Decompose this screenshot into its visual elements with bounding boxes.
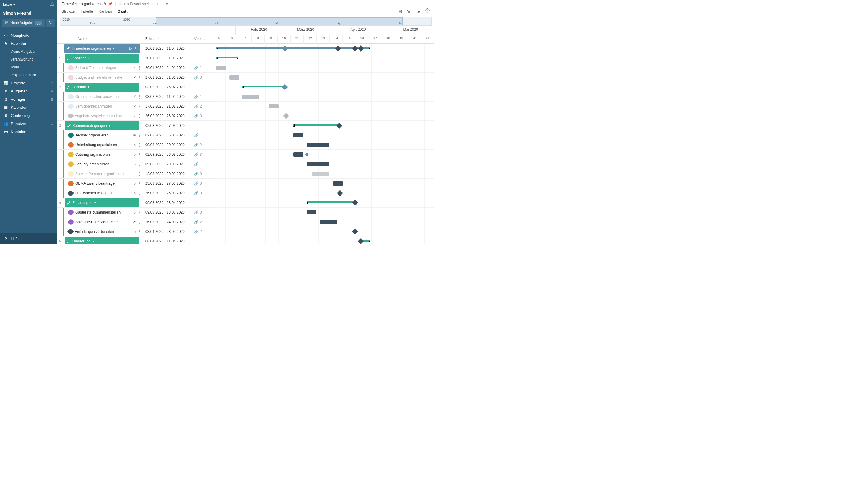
task-row[interactable]: 2Location▾⋮03.02.2020 - 26.02.2020 [57, 82, 212, 92]
task-row[interactable]: Verfügbarkeit anfragen✓⋮17.02.2020 - 21.… [57, 101, 212, 111]
task-row[interactable]: Ziel und Thema festlegen✓⋮20.01.2020 - 2… [57, 63, 212, 73]
star-icon[interactable]: ☆ [119, 2, 122, 6]
task-row[interactable]: 5Umsetzung▾⋮06.04.2020 - 11.04.2020 [57, 236, 212, 244]
settings-icon[interactable] [425, 8, 430, 14]
week-header: 16 [356, 35, 369, 44]
task-row[interactable]: Budget und Teilnehmer festle…✓⋮27.01.202… [57, 73, 212, 82]
tab-tabelle[interactable]: Tabelle [81, 8, 93, 15]
sidebar-item-neuigkeiten[interactable]: ▭Neuigkeiten [0, 31, 57, 39]
gantt-row[interactable] [213, 207, 434, 217]
week-header: 21 [421, 35, 434, 44]
tab-gantt[interactable]: Gantt [118, 8, 128, 15]
plus-icon[interactable]: ⊕ [50, 81, 54, 85]
week-header: 14 [330, 35, 343, 44]
task-row[interactable]: Drucksachen festlegen▷⋮26.03.2020 - 26.0… [57, 188, 212, 198]
gantt-row[interactable] [213, 150, 434, 159]
filter-button[interactable]: Filter [407, 9, 421, 13]
week-header: 7 [239, 35, 251, 44]
task-row[interactable]: Security organisieren▷⋮09.03.2020 - 20.0… [57, 159, 212, 169]
sidebar-item-projekte[interactable]: 📊Projekte⊕ [0, 79, 57, 87]
gantt-row[interactable] [213, 111, 434, 121]
calendar-icon: ▦ [4, 105, 8, 110]
week-header: 19 [395, 35, 408, 44]
week-header: 11 [290, 35, 304, 44]
tab-struktur[interactable]: Struktur [61, 8, 75, 15]
gantt-row[interactable] [213, 227, 434, 236]
save-favorite[interactable]: als Favorit speichern [124, 2, 158, 6]
task-row[interactable]: 1Konzept▾⋮20.01.2020 - 31.01.2020 [57, 53, 212, 63]
sidebar-sub-projektueberblick[interactable]: Projektüberblick [0, 71, 57, 79]
add-icon[interactable]: ⊕ [399, 8, 403, 14]
task-row[interactable]: Gästeliste zusammenstellen▷⋮09.03.2020 -… [57, 207, 212, 217]
plus-icon[interactable]: ⊕ [50, 97, 54, 101]
gantt-row[interactable] [213, 130, 434, 140]
task-row[interactable]: 3Rahmenbedingungen▾⋮02.03.2020 - 27.03.2… [57, 121, 212, 130]
gantt-row[interactable] [213, 217, 434, 227]
task-row[interactable]: Save-the-Date Anschreiben👁⋮16.03.2020 - … [57, 217, 212, 227]
brand[interactable]: factro▾ [3, 2, 15, 7]
gantt-chart[interactable]: Feb. 2020 März 2020 Apr. 2020 Mai 2020 5… [213, 26, 434, 244]
gantt-row[interactable] [213, 159, 434, 169]
sidebar: factro▾ Simon Freund Neue Aufgabe(0) ▭Ne… [0, 0, 57, 244]
col-date-header[interactable]: Zeitraum [142, 26, 194, 43]
task-row[interactable]: Technik organisieren👁⋮02.03.2020 - 06.03… [57, 130, 212, 140]
gantt-row[interactable] [213, 82, 434, 92]
gantt-row[interactable] [213, 140, 434, 150]
gantt-row[interactable] [213, 53, 434, 63]
sidebar-sub-team[interactable]: Team [0, 63, 57, 71]
tab-kanban[interactable]: Kanban [98, 8, 112, 15]
task-row[interactable]: 4Einladungen▾⋮09.03.2020 - 03.04.2020 [57, 198, 212, 207]
gantt-row[interactable] [213, 178, 434, 188]
task-row[interactable]: Angebote vergleichen und bu…✓⋮26.02.2020… [57, 111, 212, 121]
gantt-row[interactable] [213, 236, 434, 244]
week-header: 12 [304, 35, 317, 44]
sidebar-item-vorlagen[interactable]: ⧉Vorlagen⊕ [0, 95, 57, 103]
pin-icon[interactable]: 📌 [108, 2, 113, 6]
gantt-row[interactable] [213, 63, 434, 73]
gantt-row[interactable] [213, 198, 434, 207]
week-header: 9 [265, 35, 278, 44]
chart-icon: 📊 [4, 81, 8, 85]
task-row[interactable]: Unterhaltung organisieren▷⋮09.03.2020 - … [57, 140, 212, 150]
search-button[interactable] [46, 19, 55, 27]
week-header: 20 [408, 35, 421, 44]
sidebar-sub-verantwortung[interactable]: Verantwortung [0, 56, 57, 63]
sidebar-item-aufgaben[interactable]: 🗎Aufgaben⊕ [0, 87, 57, 95]
timeline-overview[interactable]: 2019 2020 Dez. Jan. Feb. März Apr. Ma [60, 17, 432, 26]
chevron-down-icon[interactable]: ▾ [166, 2, 168, 6]
task-row[interactable]: Einladungen vorbereiten▷⋮03.04.2020 - 03… [57, 227, 212, 236]
sidebar-item-benutzer[interactable]: 👥Benutzer⊕ [0, 120, 57, 128]
col-name-header[interactable]: Name [63, 26, 142, 43]
gantt-row[interactable] [213, 92, 434, 101]
sidebar-item-kalender[interactable]: ▦Kalender [0, 103, 57, 111]
svg-point-3 [427, 10, 428, 11]
task-row[interactable]: Ort und Location auswählen✓⋮03.02.2020 -… [57, 92, 212, 101]
gantt-row[interactable] [213, 73, 434, 82]
gantt-row[interactable] [213, 101, 434, 111]
news-icon: ▭ [4, 33, 8, 38]
plus-icon[interactable]: ⊕ [50, 89, 54, 93]
plus-icon[interactable]: ⊕ [50, 121, 54, 126]
col-link-header[interactable]: Verk… [194, 26, 212, 43]
gantt-row[interactable] [213, 121, 434, 130]
week-header: 5 [213, 35, 225, 44]
task-row[interactable]: Service Personal organisieren✓⋮12.03.202… [57, 169, 212, 178]
sidebar-item-favoriten[interactable]: ★Favoriten [0, 39, 57, 47]
task-list: Name Zeitraum Verk… Firmenfeier organisi… [57, 26, 213, 244]
sidebar-help[interactable]: ?Hilfe [0, 233, 57, 244]
project-title: Firmenfeier organisieren - 9 [61, 2, 106, 6]
gantt-row[interactable] [213, 188, 434, 198]
svg-point-0 [49, 21, 52, 24]
task-row[interactable]: Catering organisieren▷⋮02.03.2020 - 06.0… [57, 150, 212, 159]
task-row[interactable]: Firmenfeier organisieren▾▷⋮20.01.2020 - … [57, 44, 212, 53]
sidebar-sub-meine[interactable]: Meine Aufgaben [0, 47, 57, 56]
gantt-row[interactable] [213, 44, 434, 53]
bell-icon[interactable] [50, 2, 54, 7]
week-header: 6 [225, 35, 239, 44]
new-task-button[interactable]: Neue Aufgabe(0) [2, 19, 44, 27]
sidebar-item-controlling[interactable]: ⚙Controlling [0, 111, 57, 120]
sidebar-item-kontakte[interactable]: 🗃Kontakte [0, 128, 57, 136]
task-row[interactable]: GEMA Lizenz beantragen▷⋮23.03.2020 - 27.… [57, 178, 212, 188]
gantt-row[interactable] [213, 169, 434, 178]
file-icon: 🗎 [4, 89, 8, 93]
